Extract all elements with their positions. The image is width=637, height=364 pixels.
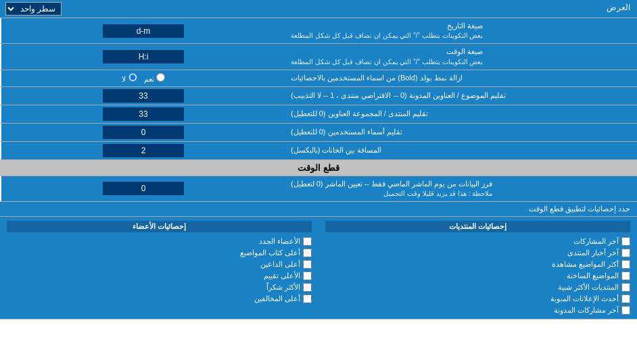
check-item-7[interactable]: آخر مشاركات المدونة (325, 306, 630, 315)
bold-no-radio[interactable] (128, 73, 137, 82)
check-hot-topics[interactable] (621, 271, 630, 280)
check-blog-posts[interactable] (621, 306, 630, 315)
bold-no-label[interactable]: لا (122, 73, 137, 84)
check-item-m6[interactable]: أعلى المخالفين (7, 294, 312, 303)
forum-row: تقليم المنتدى / المجموعة العناوين (0 للت… (0, 105, 637, 124)
cutoff-title: فرز البيانات من يوم الماشر الماضي فقط --… (291, 179, 492, 189)
forum-stats-group: إحصائيات المنتديات آخر المشاركات آخر أخب… (318, 217, 637, 319)
date-format-row: صيغة التاريخ بعض التكوينات يتطلب "/" الت… (0, 18, 637, 44)
usernames-input-cell[interactable]: 0 (1, 124, 285, 141)
check-top-authors[interactable] (303, 249, 312, 257)
forum-input[interactable]: 33 (103, 107, 184, 121)
check-forum-news[interactable] (621, 249, 630, 257)
check-top-inviters-label: أعلى الداعين (260, 260, 300, 269)
check-top-rated-label: الأعلى تقييم (264, 271, 300, 280)
topics-label: تقليم الموضوع / العناوين المدونة (0 -- ا… (285, 87, 637, 105)
time-format-input-cell[interactable]: H:i (1, 44, 285, 69)
limit-row: حدد إحصائيات لتطبيق قطع الوقت (0, 202, 637, 217)
header-row: العرض سطر واحد سطران ثلاثة أسطر (0, 0, 637, 18)
check-most-thanked-label: الأكثر شكراً (266, 283, 300, 292)
check-item-m1[interactable]: الأعضاء الجدد (7, 237, 312, 246)
check-most-viewed-label: أكثر المواضيع مشاهدة (552, 260, 619, 269)
date-format-label: صيغة التاريخ بعض التكوينات يتطلب "/" الت… (285, 18, 637, 43)
member-stats-header: إحصائيات الأعضاء (7, 221, 312, 232)
usernames-input[interactable]: 0 (103, 126, 184, 139)
check-top-authors-label: أعلى كتاب المواضيع (240, 249, 300, 257)
check-item-m2[interactable]: أعلى كتاب المواضيع (7, 249, 312, 257)
forum-label: تقليم المنتدى / المجموعة العناوين (0 للت… (285, 105, 637, 123)
check-item-5[interactable]: المنتديات الأكثر شبية (325, 283, 630, 292)
date-format-input-cell[interactable]: d-m (1, 18, 285, 43)
cutoff-label: فرز البيانات من يوم الماشر الماضي فقط --… (285, 176, 637, 201)
forum-stats-header: إحصائيات المنتديات (325, 221, 630, 232)
cutoff-row: فرز البيانات من يوم الماشر الماضي فقط --… (0, 176, 637, 202)
spacing-input-cell[interactable]: 2 (1, 142, 285, 159)
spacing-label: المسافة بين الخانات (بالبكسل) (285, 142, 637, 159)
check-item-4[interactable]: المواضيع الساخنة (325, 271, 630, 280)
check-new-members[interactable] (303, 237, 312, 246)
display-select[interactable]: سطر واحد سطران ثلاثة أسطر (5, 2, 62, 16)
display-select-cell[interactable]: سطر واحد سطران ثلاثة أسطر (0, 0, 67, 18)
display-label: العرض (67, 0, 637, 18)
check-forum-news-label: آخر أخبار المنتدى (567, 249, 619, 257)
check-most-thanked[interactable] (303, 283, 312, 292)
bold-label: ازالة نمط بولد (Bold) من اسماء المستخدمي… (285, 70, 637, 86)
usernames-row: تقليم أسماء المستخدمين (0 للتعطيل) 0 (0, 124, 637, 142)
check-item-m5[interactable]: الأكثر شكراً (7, 283, 312, 292)
bold-yes-label[interactable]: نعم (144, 73, 165, 84)
check-blog-posts-label: آخر مشاركات المدونة (554, 306, 619, 315)
check-item-m4[interactable]: الأعلى تقييم (7, 271, 312, 280)
topics-row: تقليم الموضوع / العناوين المدونة (0 -- ا… (0, 87, 637, 105)
spacing-input[interactable]: 2 (103, 144, 184, 157)
check-latest-ads-label: أحدث الإعلانات المبوبة (550, 294, 619, 303)
check-top-rated[interactable] (303, 271, 312, 280)
check-item-m3[interactable]: أعلى الداعين (7, 260, 312, 269)
check-latest-ads[interactable] (621, 294, 630, 303)
usernames-label: تقليم أسماء المستخدمين (0 للتعطيل) (285, 124, 637, 141)
cutoff-section-header: قطع الوقت (0, 160, 637, 176)
check-last-posts[interactable] (621, 237, 630, 246)
topics-input[interactable]: 33 (103, 89, 184, 103)
time-format-desc: بعض التكوينات يتطلب "/" التي يمكن ان تضا… (291, 57, 483, 67)
date-format-desc: بعض التكوينات يتطلب "/" التي يمكن ان تضا… (291, 31, 483, 41)
cutoff-input-cell[interactable]: 0 (1, 176, 285, 201)
check-top-inviters[interactable] (303, 260, 312, 269)
member-stats-group: إحصائيات الأعضاء الأعضاء الجدد أعلى كتاب… (0, 217, 318, 319)
check-last-posts-label: آخر المشاركات (573, 237, 619, 246)
check-top-violated[interactable] (303, 294, 312, 303)
date-format-title: صيغة التاريخ (291, 21, 483, 31)
check-item-1[interactable]: آخر المشاركات (325, 237, 630, 246)
time-format-label: صيغة الوقت بعض التكوينات يتطلب "/" التي … (285, 44, 637, 69)
bold-row: ازالة نمط بولد (Bold) من اسماء المستخدمي… (0, 70, 637, 87)
forum-input-cell[interactable]: 33 (1, 105, 285, 123)
bold-yes-radio[interactable] (156, 73, 165, 82)
cutoff-note: ملاحظة : هذا قد يزيد قليلا وقت التحميل (291, 189, 492, 199)
check-item-2[interactable]: آخر أخبار المنتدى (325, 249, 630, 257)
check-most-similar[interactable] (621, 283, 630, 292)
time-format-title: صيغة الوقت (291, 47, 483, 57)
bold-radio-cell[interactable]: نعم لا (1, 70, 285, 86)
check-item-3[interactable]: أكثر المواضيع مشاهدة (325, 260, 630, 269)
check-hot-topics-label: المواضيع الساخنة (567, 271, 619, 280)
check-most-viewed[interactable] (621, 260, 630, 269)
cutoff-input[interactable]: 0 (103, 182, 184, 195)
limit-label: حدد إحصائيات لتطبيق قطع الوقت (7, 205, 630, 213)
check-top-violated-label: أعلى المخالفين (254, 294, 300, 303)
topics-input-cell[interactable]: 33 (1, 87, 285, 105)
check-item-6[interactable]: أحدث الإعلانات المبوبة (325, 294, 630, 303)
time-format-row: صيغة الوقت بعض التكوينات يتطلب "/" التي … (0, 44, 637, 70)
time-format-input[interactable]: H:i (103, 50, 184, 63)
check-new-members-label: الأعضاء الجدد (259, 237, 300, 246)
checkboxes-section: إحصائيات المنتديات آخر المشاركات آخر أخب… (0, 217, 637, 319)
spacing-row: المسافة بين الخانات (بالبكسل) 2 (0, 142, 637, 160)
check-most-similar-label: المنتديات الأكثر شبية (558, 283, 619, 292)
date-format-input[interactable]: d-m (103, 24, 184, 38)
